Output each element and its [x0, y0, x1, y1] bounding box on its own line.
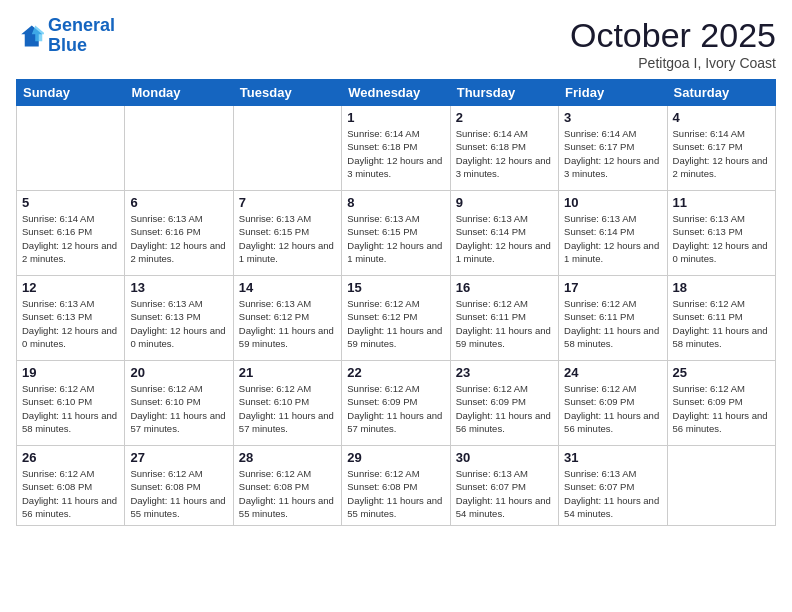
day-detail: Sunrise: 6:12 AM Sunset: 6:09 PM Dayligh…: [564, 382, 661, 435]
day-detail: Sunrise: 6:12 AM Sunset: 6:12 PM Dayligh…: [347, 297, 444, 350]
calendar-cell: 12Sunrise: 6:13 AM Sunset: 6:13 PM Dayli…: [17, 276, 125, 361]
day-detail: Sunrise: 6:12 AM Sunset: 6:11 PM Dayligh…: [564, 297, 661, 350]
calendar-week-row: 19Sunrise: 6:12 AM Sunset: 6:10 PM Dayli…: [17, 361, 776, 446]
day-detail: Sunrise: 6:12 AM Sunset: 6:10 PM Dayligh…: [22, 382, 119, 435]
day-detail: Sunrise: 6:14 AM Sunset: 6:16 PM Dayligh…: [22, 212, 119, 265]
day-number: 12: [22, 280, 119, 295]
day-detail: Sunrise: 6:12 AM Sunset: 6:10 PM Dayligh…: [239, 382, 336, 435]
day-number: 8: [347, 195, 444, 210]
day-detail: Sunrise: 6:14 AM Sunset: 6:18 PM Dayligh…: [347, 127, 444, 180]
calendar-cell: 10Sunrise: 6:13 AM Sunset: 6:14 PM Dayli…: [559, 191, 667, 276]
day-detail: Sunrise: 6:12 AM Sunset: 6:10 PM Dayligh…: [130, 382, 227, 435]
calendar-cell: 16Sunrise: 6:12 AM Sunset: 6:11 PM Dayli…: [450, 276, 558, 361]
title-block: October 2025 Petitgoa I, Ivory Coast: [570, 16, 776, 71]
day-detail: Sunrise: 6:13 AM Sunset: 6:15 PM Dayligh…: [239, 212, 336, 265]
day-number: 5: [22, 195, 119, 210]
day-detail: Sunrise: 6:14 AM Sunset: 6:18 PM Dayligh…: [456, 127, 553, 180]
calendar-cell: 29Sunrise: 6:12 AM Sunset: 6:08 PM Dayli…: [342, 446, 450, 526]
header: General Blue October 2025 Petitgoa I, Iv…: [16, 16, 776, 71]
month-title: October 2025: [570, 16, 776, 55]
col-wednesday: Wednesday: [342, 80, 450, 106]
day-detail: Sunrise: 6:13 AM Sunset: 6:16 PM Dayligh…: [130, 212, 227, 265]
calendar-cell: 19Sunrise: 6:12 AM Sunset: 6:10 PM Dayli…: [17, 361, 125, 446]
calendar-cell: 5Sunrise: 6:14 AM Sunset: 6:16 PM Daylig…: [17, 191, 125, 276]
day-number: 4: [673, 110, 770, 125]
calendar-cell: [125, 106, 233, 191]
day-number: 20: [130, 365, 227, 380]
page-container: General Blue October 2025 Petitgoa I, Iv…: [0, 0, 792, 536]
day-detail: Sunrise: 6:13 AM Sunset: 6:15 PM Dayligh…: [347, 212, 444, 265]
calendar-cell: [233, 106, 341, 191]
day-detail: Sunrise: 6:12 AM Sunset: 6:11 PM Dayligh…: [673, 297, 770, 350]
calendar-cell: 17Sunrise: 6:12 AM Sunset: 6:11 PM Dayli…: [559, 276, 667, 361]
logo-icon: [16, 22, 44, 50]
logo-text: General Blue: [48, 16, 115, 56]
day-detail: Sunrise: 6:12 AM Sunset: 6:08 PM Dayligh…: [239, 467, 336, 520]
day-detail: Sunrise: 6:13 AM Sunset: 6:13 PM Dayligh…: [22, 297, 119, 350]
day-number: 7: [239, 195, 336, 210]
day-detail: Sunrise: 6:12 AM Sunset: 6:09 PM Dayligh…: [456, 382, 553, 435]
day-number: 28: [239, 450, 336, 465]
day-number: 14: [239, 280, 336, 295]
calendar-cell: 23Sunrise: 6:12 AM Sunset: 6:09 PM Dayli…: [450, 361, 558, 446]
day-number: 25: [673, 365, 770, 380]
calendar-cell: 30Sunrise: 6:13 AM Sunset: 6:07 PM Dayli…: [450, 446, 558, 526]
logo-line2: Blue: [48, 35, 87, 55]
day-number: 22: [347, 365, 444, 380]
calendar-cell: 13Sunrise: 6:13 AM Sunset: 6:13 PM Dayli…: [125, 276, 233, 361]
day-number: 23: [456, 365, 553, 380]
calendar-body: 1Sunrise: 6:14 AM Sunset: 6:18 PM Daylig…: [17, 106, 776, 526]
day-number: 13: [130, 280, 227, 295]
calendar-cell: 31Sunrise: 6:13 AM Sunset: 6:07 PM Dayli…: [559, 446, 667, 526]
day-detail: Sunrise: 6:12 AM Sunset: 6:11 PM Dayligh…: [456, 297, 553, 350]
day-detail: Sunrise: 6:12 AM Sunset: 6:08 PM Dayligh…: [347, 467, 444, 520]
day-detail: Sunrise: 6:12 AM Sunset: 6:08 PM Dayligh…: [22, 467, 119, 520]
day-detail: Sunrise: 6:13 AM Sunset: 6:13 PM Dayligh…: [130, 297, 227, 350]
day-detail: Sunrise: 6:13 AM Sunset: 6:07 PM Dayligh…: [564, 467, 661, 520]
weekday-header-row: Sunday Monday Tuesday Wednesday Thursday…: [17, 80, 776, 106]
day-number: 11: [673, 195, 770, 210]
day-detail: Sunrise: 6:12 AM Sunset: 6:09 PM Dayligh…: [347, 382, 444, 435]
calendar-cell: 27Sunrise: 6:12 AM Sunset: 6:08 PM Dayli…: [125, 446, 233, 526]
col-tuesday: Tuesday: [233, 80, 341, 106]
day-number: 16: [456, 280, 553, 295]
location: Petitgoa I, Ivory Coast: [570, 55, 776, 71]
day-detail: Sunrise: 6:13 AM Sunset: 6:12 PM Dayligh…: [239, 297, 336, 350]
day-number: 18: [673, 280, 770, 295]
day-number: 31: [564, 450, 661, 465]
day-number: 29: [347, 450, 444, 465]
calendar-cell: 11Sunrise: 6:13 AM Sunset: 6:13 PM Dayli…: [667, 191, 775, 276]
calendar-cell: 9Sunrise: 6:13 AM Sunset: 6:14 PM Daylig…: [450, 191, 558, 276]
day-number: 10: [564, 195, 661, 210]
calendar-cell: [667, 446, 775, 526]
calendar-cell: 26Sunrise: 6:12 AM Sunset: 6:08 PM Dayli…: [17, 446, 125, 526]
day-detail: Sunrise: 6:13 AM Sunset: 6:14 PM Dayligh…: [564, 212, 661, 265]
calendar-week-row: 12Sunrise: 6:13 AM Sunset: 6:13 PM Dayli…: [17, 276, 776, 361]
day-detail: Sunrise: 6:13 AM Sunset: 6:13 PM Dayligh…: [673, 212, 770, 265]
day-detail: Sunrise: 6:12 AM Sunset: 6:08 PM Dayligh…: [130, 467, 227, 520]
calendar-cell: 21Sunrise: 6:12 AM Sunset: 6:10 PM Dayli…: [233, 361, 341, 446]
calendar-cell: 20Sunrise: 6:12 AM Sunset: 6:10 PM Dayli…: [125, 361, 233, 446]
day-number: 19: [22, 365, 119, 380]
day-number: 27: [130, 450, 227, 465]
calendar-cell: 3Sunrise: 6:14 AM Sunset: 6:17 PM Daylig…: [559, 106, 667, 191]
calendar-week-row: 5Sunrise: 6:14 AM Sunset: 6:16 PM Daylig…: [17, 191, 776, 276]
calendar-cell: 1Sunrise: 6:14 AM Sunset: 6:18 PM Daylig…: [342, 106, 450, 191]
day-detail: Sunrise: 6:12 AM Sunset: 6:09 PM Dayligh…: [673, 382, 770, 435]
day-number: 15: [347, 280, 444, 295]
day-detail: Sunrise: 6:14 AM Sunset: 6:17 PM Dayligh…: [673, 127, 770, 180]
day-number: 2: [456, 110, 553, 125]
calendar-week-row: 26Sunrise: 6:12 AM Sunset: 6:08 PM Dayli…: [17, 446, 776, 526]
calendar-cell: 28Sunrise: 6:12 AM Sunset: 6:08 PM Dayli…: [233, 446, 341, 526]
day-detail: Sunrise: 6:13 AM Sunset: 6:07 PM Dayligh…: [456, 467, 553, 520]
day-number: 3: [564, 110, 661, 125]
calendar-cell: 8Sunrise: 6:13 AM Sunset: 6:15 PM Daylig…: [342, 191, 450, 276]
day-number: 30: [456, 450, 553, 465]
calendar-cell: 18Sunrise: 6:12 AM Sunset: 6:11 PM Dayli…: [667, 276, 775, 361]
calendar-cell: 25Sunrise: 6:12 AM Sunset: 6:09 PM Dayli…: [667, 361, 775, 446]
col-monday: Monday: [125, 80, 233, 106]
calendar-cell: 6Sunrise: 6:13 AM Sunset: 6:16 PM Daylig…: [125, 191, 233, 276]
col-friday: Friday: [559, 80, 667, 106]
calendar-cell: 14Sunrise: 6:13 AM Sunset: 6:12 PM Dayli…: [233, 276, 341, 361]
calendar-cell: 4Sunrise: 6:14 AM Sunset: 6:17 PM Daylig…: [667, 106, 775, 191]
